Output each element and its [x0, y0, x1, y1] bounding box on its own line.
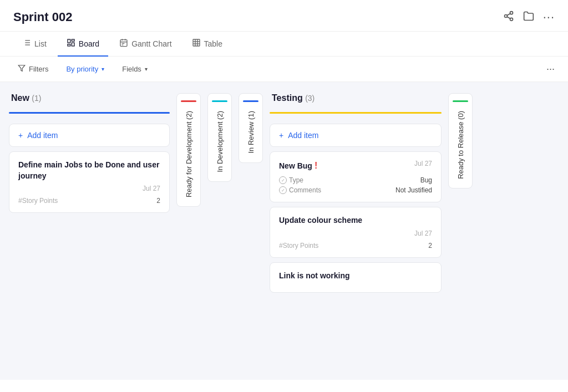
type-field-key: ✓ Type — [279, 176, 303, 184]
priority-filter-button[interactable]: By priority ▾ — [62, 63, 109, 75]
header-actions: ··· — [503, 10, 555, 24]
field-comments-row: ✓ Comments Not Justified — [279, 186, 432, 194]
tab-list-label: List — [34, 39, 47, 48]
toolbar-more-icon[interactable]: ··· — [546, 63, 555, 75]
fields-button[interactable]: Fields ▾ — [118, 63, 152, 75]
card-link-not-working-title: Link is not working — [279, 271, 432, 282]
card-new-bug[interactable]: New Bug ! Jul 27 ✓ Type Bug ✓ Co — [270, 151, 442, 202]
column-ready-to-release[interactable]: Ready to Release (0) — [448, 93, 473, 189]
header: Sprint 002 ··· — [0, 0, 568, 32]
bug-exclaim-icon: ! — [315, 161, 317, 171]
svg-rect-12 — [72, 39, 74, 41]
list-icon — [22, 38, 31, 49]
tab-table[interactable]: Table — [183, 32, 231, 57]
svg-rect-13 — [72, 43, 74, 46]
in-dev-line — [212, 100, 227, 102]
share-icon[interactable] — [503, 11, 514, 24]
type-field-value: Bug — [420, 176, 432, 184]
column-testing-title-text: Testing (3) — [272, 93, 315, 103]
table-icon — [192, 38, 201, 49]
ready-to-release-line — [453, 100, 468, 102]
in-review-title: In Review (1) — [247, 109, 255, 156]
column-new-title: New (1) — [11, 93, 41, 103]
add-item-testing-label: Add item — [288, 131, 318, 140]
fields-chevron-icon: ▾ — [145, 66, 148, 72]
filters-button[interactable]: Filters — [13, 62, 53, 76]
fields-label: Fields — [122, 65, 141, 73]
filters-label: Filters — [29, 65, 48, 73]
column-ready-for-dev[interactable]: Ready for Development (2) — [176, 93, 201, 207]
chevron-down-icon: ▾ — [102, 66, 104, 72]
column-new: New (1) + Add item Define main Jobs to b… — [9, 93, 170, 213]
tab-gantt-label: Gantt Chart — [131, 39, 171, 48]
add-item-new-label: Add item — [27, 131, 58, 140]
app-container: Sprint 002 ··· List — [0, 0, 568, 392]
tab-gantt[interactable]: Gantt Chart — [110, 32, 180, 57]
svg-rect-21 — [193, 39, 200, 46]
card-new-bug-title: New Bug ! — [279, 161, 317, 171]
card-update-colour-title: Update colour scheme — [279, 215, 432, 226]
plus-icon: + — [18, 131, 23, 140]
card-link-not-working[interactable]: Link is not working — [270, 262, 442, 293]
plus-icon-testing: + — [279, 131, 283, 140]
filter-icon — [18, 64, 26, 74]
column-in-development[interactable]: In Development (2) — [207, 93, 232, 182]
folder-icon[interactable] — [523, 11, 534, 24]
card-define-jobs-title: Define main Jobs to be Done and user jou… — [18, 160, 160, 181]
column-in-review[interactable]: In Review (1) — [239, 93, 263, 163]
board-icon — [67, 38, 75, 49]
column-testing-header: Testing (3) — [270, 93, 442, 108]
card-define-jobs-meta: #Story Points 2 — [18, 197, 160, 205]
card-define-jobs-date: Jul 27 — [18, 185, 160, 192]
column-new-header: New (1) — [9, 93, 170, 108]
tab-board-label: Board — [79, 39, 99, 48]
comments-field-value: Not Justified — [395, 186, 432, 194]
add-item-testing-button[interactable]: + Add item — [270, 124, 442, 147]
card-update-colour-date: Jul 27 — [279, 230, 432, 237]
board: New (1) + Add item Define main Jobs to b… — [0, 82, 568, 380]
more-options-icon[interactable]: ··· — [543, 10, 555, 24]
toolbar: Filters By priority ▾ Fields ▾ ··· — [0, 57, 568, 82]
column-new-line — [9, 112, 170, 114]
ready-to-release-title: Ready to Release (0) — [457, 109, 465, 181]
svg-line-3 — [507, 17, 510, 18]
nav-tabs: List Board Gantt Chart Table — [0, 32, 568, 57]
field-type-row: ✓ Type Bug — [279, 176, 432, 184]
card-update-colour[interactable]: Update colour scheme Jul 27 #Story Point… — [270, 207, 442, 258]
tab-table-label: Table — [204, 39, 222, 48]
in-dev-title: In Development (2) — [216, 109, 224, 175]
comments-field-key: ✓ Comments — [279, 186, 321, 194]
tab-list[interactable]: List — [13, 32, 55, 57]
card-new-bug-fields: ✓ Type Bug ✓ Comments Not Justified — [279, 176, 432, 194]
card-update-colour-meta: #Story Points 2 — [279, 242, 432, 250]
circle-check-type-icon: ✓ — [279, 176, 287, 184]
ready-for-dev-title: Ready for Development (2) — [185, 109, 193, 200]
svg-marker-26 — [18, 65, 25, 72]
svg-rect-14 — [68, 44, 70, 46]
story-points-value: 2 — [156, 197, 160, 205]
priority-filter-label: By priority — [66, 65, 98, 73]
page-title: Sprint 002 — [13, 10, 72, 24]
column-testing-line — [270, 112, 442, 114]
in-review-line — [243, 100, 258, 102]
svg-rect-15 — [120, 40, 127, 47]
update-story-points-value: 2 — [428, 242, 432, 250]
tab-board[interactable]: Board — [58, 32, 108, 57]
gantt-icon — [119, 38, 128, 49]
card-new-bug-date: Jul 27 — [414, 160, 432, 167]
svg-line-4 — [507, 13, 510, 15]
ready-for-dev-line — [181, 100, 196, 102]
card-define-jobs[interactable]: Define main Jobs to be Done and user jou… — [9, 151, 170, 213]
column-testing: Testing (3) + Add item New Bug ! Jul 27 — [270, 93, 442, 293]
add-item-new-button[interactable]: + Add item — [9, 124, 170, 147]
svg-rect-11 — [68, 39, 70, 43]
update-story-points-label: #Story Points — [279, 242, 318, 250]
story-points-label: #Story Points — [18, 197, 58, 205]
circle-check-comments-icon: ✓ — [279, 186, 287, 194]
